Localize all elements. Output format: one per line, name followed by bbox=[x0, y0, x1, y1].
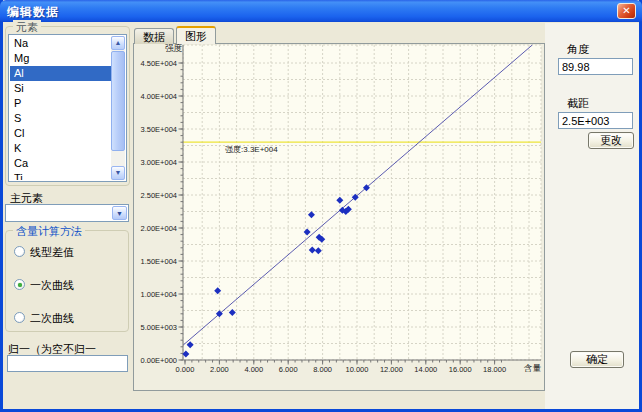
element-item[interactable]: Ti bbox=[10, 171, 111, 180]
combo-dropdown-button[interactable]: ▼ bbox=[112, 206, 127, 220]
radio-icon bbox=[14, 246, 25, 257]
method-option-label: 二次曲线 bbox=[30, 311, 74, 326]
scrollbar-thumb[interactable] bbox=[111, 51, 125, 151]
element-item[interactable]: S bbox=[10, 111, 111, 126]
scroll-up-button[interactable]: ▲ bbox=[111, 36, 125, 50]
window-title: 编辑数据 bbox=[7, 4, 59, 21]
svg-text:强度: 强度 bbox=[165, 43, 183, 53]
svg-text:18.000: 18.000 bbox=[483, 365, 506, 374]
edit-data-window: 编辑数据 ✕ 元素 NaMgAlSiPSClKCaTi ▲ ▼ 主元素 ▼ bbox=[0, 0, 642, 412]
element-listbox: NaMgAlSiPSClKCaTi ▲ ▼ bbox=[8, 34, 127, 182]
svg-text:1.50E+004: 1.50E+004 bbox=[141, 257, 178, 266]
element-list-scrollbar[interactable]: ▲ ▼ bbox=[111, 36, 125, 180]
tab-strip: 数据图形 bbox=[134, 26, 218, 44]
close-icon: ✕ bbox=[622, 5, 630, 16]
scroll-up-icon: ▲ bbox=[115, 39, 122, 46]
element-item[interactable]: Cl bbox=[10, 126, 111, 141]
element-item[interactable]: Na bbox=[10, 36, 111, 51]
method-option-label: 线型差值 bbox=[30, 245, 74, 260]
svg-text:2.50E+004: 2.50E+004 bbox=[141, 191, 178, 200]
angle-input[interactable] bbox=[558, 58, 633, 75]
svg-text:3.00E+004: 3.00E+004 bbox=[141, 158, 178, 167]
svg-text:3.50E+004: 3.50E+004 bbox=[141, 125, 178, 134]
svg-text:0.000: 0.000 bbox=[176, 365, 195, 374]
calibration-chart: 强度:3.3E+0040.0002.0004.0006.0008.00010.0… bbox=[145, 40, 545, 388]
ok-button[interactable]: 确定 bbox=[570, 351, 624, 368]
method-groupbox: 含量计算方法 线型差值一次曲线二次曲线 bbox=[5, 230, 129, 332]
svg-text:8.000: 8.000 bbox=[313, 365, 332, 374]
close-button[interactable]: ✕ bbox=[617, 3, 636, 19]
radio-icon bbox=[14, 312, 25, 323]
method-group-label: 含量计算方法 bbox=[13, 224, 85, 239]
svg-text:14.000: 14.000 bbox=[414, 365, 437, 374]
tab-data[interactable]: 数据 bbox=[134, 28, 174, 44]
svg-text:4.00E+004: 4.00E+004 bbox=[141, 92, 178, 101]
elements-groupbox: 元素 NaMgAlSiPSClKCaTi ▲ ▼ bbox=[5, 26, 130, 186]
elements-group-label: 元素 bbox=[13, 20, 41, 35]
scroll-down-icon: ▼ bbox=[115, 169, 122, 176]
svg-text:12.000: 12.000 bbox=[380, 365, 403, 374]
angle-label: 角度 bbox=[567, 42, 589, 57]
tab-graph[interactable]: 图形 bbox=[176, 26, 216, 44]
element-list: NaMgAlSiPSClKCaTi bbox=[10, 36, 111, 180]
element-item[interactable]: Ca bbox=[10, 156, 111, 171]
svg-text:10.000: 10.000 bbox=[346, 365, 369, 374]
svg-text:含量: 含量 bbox=[523, 363, 542, 373]
svg-text:4.000: 4.000 bbox=[244, 365, 263, 374]
chevron-down-icon: ▼ bbox=[116, 210, 123, 217]
svg-text:2.00E+004: 2.00E+004 bbox=[141, 224, 178, 233]
svg-text:2.000: 2.000 bbox=[210, 365, 229, 374]
method-option-label: 一次曲线 bbox=[30, 278, 74, 293]
titlebar[interactable]: 编辑数据 ✕ bbox=[0, 0, 642, 22]
element-item[interactable]: Al bbox=[10, 66, 111, 81]
svg-text:0.00E+000: 0.00E+000 bbox=[141, 356, 178, 365]
intercept-input[interactable] bbox=[558, 112, 633, 129]
svg-text:16.000: 16.000 bbox=[449, 365, 472, 374]
change-button[interactable]: 更改 bbox=[588, 132, 634, 149]
main-element-combobox[interactable]: ▼ bbox=[5, 204, 129, 222]
svg-text:4.50E+004: 4.50E+004 bbox=[141, 59, 178, 68]
svg-text:1.00E+004: 1.00E+004 bbox=[141, 290, 178, 299]
element-item[interactable]: Si bbox=[10, 81, 111, 96]
normalize-input[interactable] bbox=[7, 355, 128, 372]
intercept-label: 截距 bbox=[567, 96, 589, 111]
element-item[interactable]: K bbox=[10, 141, 111, 156]
svg-text:5.00E+003: 5.00E+003 bbox=[141, 323, 178, 332]
radio-selected-icon bbox=[14, 279, 25, 290]
element-item[interactable]: P bbox=[10, 96, 111, 111]
svg-text:6.000: 6.000 bbox=[279, 365, 298, 374]
svg-text:强度:3.3E+004: 强度:3.3E+004 bbox=[225, 145, 278, 154]
element-item[interactable]: Mg bbox=[10, 51, 111, 66]
scroll-down-button[interactable]: ▼ bbox=[111, 166, 125, 180]
